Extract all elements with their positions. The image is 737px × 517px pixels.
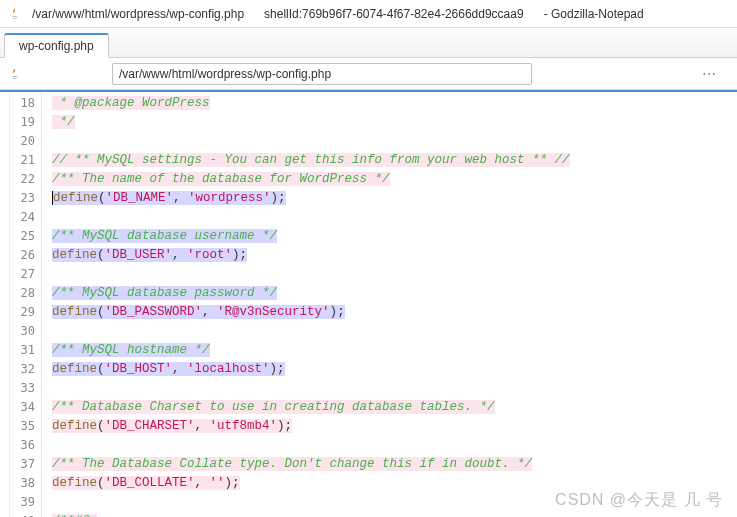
- line-number: 29: [10, 303, 35, 322]
- line-number: 34: [10, 398, 35, 417]
- line-number: 37: [10, 455, 35, 474]
- line-number: 20: [10, 132, 35, 151]
- line-number: 19: [10, 113, 35, 132]
- code-line[interactable]: [52, 436, 737, 455]
- code-line[interactable]: */: [52, 113, 737, 132]
- code-line[interactable]: // ** MySQL settings - You can get this …: [52, 151, 737, 170]
- code-line[interactable]: define('DB_HOST', 'localhost');: [52, 360, 737, 379]
- java-icon: [8, 66, 24, 82]
- line-number: 27: [10, 265, 35, 284]
- code-line[interactable]: /** Database Charset to use in creating …: [52, 398, 737, 417]
- line-number: 28: [10, 284, 35, 303]
- code-line[interactable]: /** The Database Collate type. Don't cha…: [52, 455, 737, 474]
- code-area[interactable]: * @package WordPress */ // ** MySQL sett…: [42, 92, 737, 517]
- code-line[interactable]: define('DB_USER', 'root');: [52, 246, 737, 265]
- line-number: 26: [10, 246, 35, 265]
- line-number: 24: [10, 208, 35, 227]
- title-path: /var/www/html/wordpress/wp-config.php: [32, 7, 244, 21]
- line-number: 30: [10, 322, 35, 341]
- line-number: 36: [10, 436, 35, 455]
- code-line[interactable]: [52, 265, 737, 284]
- line-number: 39: [10, 493, 35, 512]
- code-line[interactable]: [52, 493, 737, 512]
- toolbar: ⋯: [0, 58, 737, 90]
- line-number: 23: [10, 189, 35, 208]
- more-menu-icon[interactable]: ⋯: [690, 66, 729, 82]
- code-line[interactable]: define('DB_PASSWORD', 'R@v3nSecurity');: [52, 303, 737, 322]
- line-number: 35: [10, 417, 35, 436]
- title-app: - Godzilla-Notepad: [544, 7, 644, 21]
- code-line[interactable]: /** MySQL hostname */: [52, 341, 737, 360]
- code-line[interactable]: /** The name of the database for WordPre…: [52, 170, 737, 189]
- line-number: 33: [10, 379, 35, 398]
- window-title: /var/www/html/wordpress/wp-config.php sh…: [32, 7, 644, 21]
- code-line[interactable]: define('DB_COLLATE', '');: [52, 474, 737, 493]
- code-editor[interactable]: 1819202122232425262728293031323334353637…: [0, 90, 737, 517]
- editor-margin: [0, 92, 10, 517]
- line-number: 21: [10, 151, 35, 170]
- tab-bar: wp-config.php: [0, 28, 737, 58]
- path-input[interactable]: [112, 63, 532, 85]
- line-number-gutter: 1819202122232425262728293031323334353637…: [10, 92, 42, 517]
- line-number: 25: [10, 227, 35, 246]
- code-line[interactable]: /** MySQL database password */: [52, 284, 737, 303]
- code-line[interactable]: define('DB_CHARSET', 'utf8mb4');: [52, 417, 737, 436]
- code-line[interactable]: define('DB_NAME', 'wordpress');: [52, 189, 737, 208]
- line-number: 22: [10, 170, 35, 189]
- code-line[interactable]: /**#@+: [52, 512, 737, 517]
- code-line[interactable]: [52, 208, 737, 227]
- title-bar: /var/www/html/wordpress/wp-config.php sh…: [0, 0, 737, 28]
- code-line[interactable]: [52, 132, 737, 151]
- line-number: 31: [10, 341, 35, 360]
- code-line[interactable]: [52, 379, 737, 398]
- line-number: 18: [10, 94, 35, 113]
- line-number: 32: [10, 360, 35, 379]
- java-icon: [8, 6, 24, 22]
- tab-wp-config[interactable]: wp-config.php: [4, 33, 109, 58]
- code-line[interactable]: [52, 322, 737, 341]
- line-number: 40: [10, 512, 35, 517]
- title-shell: shellId:769b96f7-6074-4f67-82e4-2666dd9c…: [264, 7, 524, 21]
- code-line[interactable]: * @package WordPress: [52, 94, 737, 113]
- code-line[interactable]: /** MySQL database username */: [52, 227, 737, 246]
- line-number: 38: [10, 474, 35, 493]
